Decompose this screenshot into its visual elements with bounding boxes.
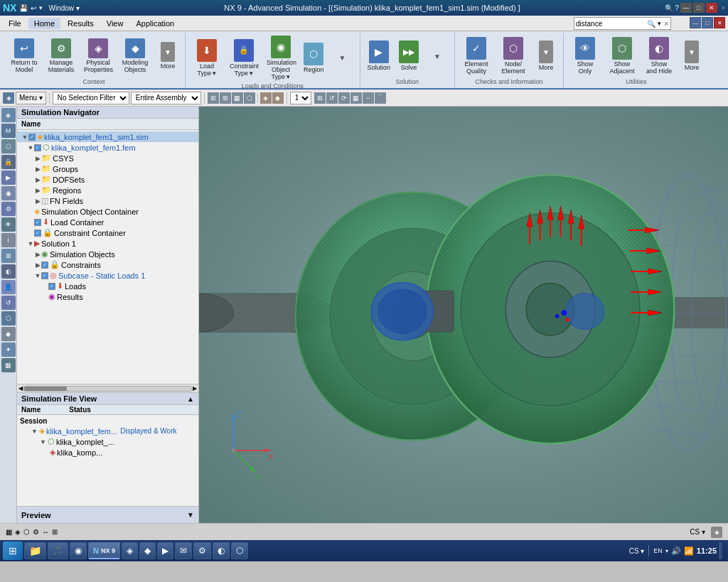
tree-arrow-simobjects[interactable]: ▶ [34, 251, 41, 258]
grid-icon[interactable]: ⊞ [220, 92, 231, 104]
taskbar-app-nx[interactable]: N NX 9 [88, 542, 120, 559]
status-icon-2[interactable]: ◈ [15, 528, 21, 536]
scroll-left-btn[interactable]: ◀ [18, 385, 23, 392]
modeling-objects-button[interactable]: ◆ Modeling Objects [118, 37, 152, 75]
file1-name[interactable]: klika_komplet_fem... [46, 427, 117, 436]
quick-access-save[interactable]: 💾 [19, 4, 28, 12]
tree-arrow-fem1[interactable]: ▼ [27, 144, 34, 151]
file3-name[interactable]: klika_komp... [57, 448, 102, 457]
tree-item-sim1[interactable]: ▼ ✓ ◈ klika_komplet_fem1_sim1.sim [17, 131, 198, 142]
lt-tools[interactable]: ⚙ [1, 202, 16, 216]
tree-label-csys[interactable]: CSYS [53, 154, 74, 163]
more-checks-button[interactable]: ▼ More [533, 39, 559, 73]
more-utilities-button[interactable]: ▼ More [679, 39, 705, 73]
load-check[interactable]: ✓ [34, 219, 41, 226]
scroll-track-h[interactable] [23, 386, 192, 392]
file-row-3[interactable]: ◈ klika_komp... [17, 447, 198, 458]
taskbar-app-5[interactable]: ◆ [139, 542, 156, 559]
menu-application[interactable]: Application [130, 18, 180, 29]
menu-button[interactable]: Menu ▾ [16, 92, 46, 104]
taskbar-app-explorer[interactable]: 📁 [24, 542, 46, 559]
solution-button[interactable]: ▶ Solution [365, 39, 394, 73]
lt-extra1[interactable]: ✦ [1, 343, 16, 357]
quick-access-dropdown[interactable]: ▾ [39, 4, 43, 11]
tree-label-load-container[interactable]: Load Container [50, 218, 104, 227]
tree-arrow-dofsets[interactable]: ▶ [34, 176, 41, 183]
tree-arrow-sim1[interactable]: ▼ [21, 134, 28, 141]
lt-view[interactable]: 👁 [1, 217, 16, 232]
file-row-1[interactable]: ▼ ◈ klika_komplet_fem... Displayed & Wor… [17, 426, 198, 436]
load-type-button[interactable]: ⬇ Load Type ▾ [190, 38, 224, 79]
node-element-button[interactable]: ⬡ Node/ Element [496, 36, 530, 77]
tree-arrow-solution1[interactable]: ▼ [27, 240, 34, 247]
tree-item-constraint-container[interactable]: ✓ 🔒 Constraint Container [17, 227, 198, 238]
tree-label-groups[interactable]: Groups [53, 165, 78, 173]
selection-filter-dropdown[interactable]: No Selection Filter [53, 92, 129, 104]
lt-mesh[interactable]: ⬡ [1, 139, 16, 153]
tray-volume[interactable]: 🔊 [671, 546, 681, 556]
view-icon2[interactable]: ◆ [272, 92, 284, 104]
tree-item-loads[interactable]: ✓ ⬇ Loads [17, 281, 198, 291]
taskbar-app-4[interactable]: ◈ [122, 542, 138, 559]
app-search-icon[interactable]: 🔍 [665, 4, 673, 12]
start-button[interactable]: ⊞ [3, 541, 23, 560]
viewport-3d[interactable]: Z X Y [199, 107, 728, 523]
assembly-dropdown[interactable]: Entire Assembly [131, 92, 201, 104]
tree-label-results[interactable]: Results [57, 293, 83, 301]
lt-bc[interactable]: 🔒 [1, 155, 16, 169]
tree-arrow-subcase[interactable]: ▼ [34, 272, 41, 279]
file-view-collapse[interactable]: ▲ [187, 395, 194, 403]
tree-item-fem1[interactable]: ▼ ✓ ⬡ klika_komplet_fem1.fem [17, 142, 198, 153]
tree-item-sim-objects[interactable]: ▶ ◉ Simulation Objects [17, 249, 198, 259]
tree-arrow-constraints[interactable]: ▶ [34, 262, 41, 269]
zoom-fit-icon[interactable]: ⊞ [314, 92, 326, 104]
region-button[interactable]: ⬡ Region [301, 41, 327, 75]
tree-label-fem1[interactable]: klika_komplet_fem1.fem [51, 144, 136, 152]
window-menu[interactable]: Window ▾ [48, 4, 79, 12]
curve-icon[interactable]: ⌒ [375, 92, 386, 104]
tree-arrow-fnfields[interactable]: ▶ [34, 198, 41, 205]
taskbar-app-8[interactable]: ⚙ [193, 542, 211, 559]
menu-home[interactable]: Home [28, 18, 60, 29]
lt-materials[interactable]: M [1, 124, 16, 138]
lt-user[interactable]: 👤 [1, 280, 16, 294]
snap-icon[interactable]: ⊞ [208, 92, 219, 104]
file2-arrow[interactable]: ▼ [40, 438, 46, 446]
physical-props-button[interactable]: ◈ Physical Properties [81, 37, 115, 75]
file1-arrow[interactable]: ▼ [31, 428, 38, 435]
more-loads-button[interactable]: ▼ [330, 50, 355, 66]
win-restore[interactable]: □ [693, 3, 705, 13]
constraint-check[interactable]: ✓ [34, 230, 41, 237]
tree-item-subcase[interactable]: ▼ ✓ ◎ Subcase - Static Loads 1 [17, 270, 198, 281]
taskbar-app-6[interactable]: ▶ [157, 542, 173, 559]
cs-indicator[interactable]: CS ▾ [690, 528, 705, 536]
tree-label-fnfields[interactable]: FN Fields [50, 197, 83, 205]
taskbar-app-3[interactable]: ◉ [70, 542, 87, 559]
element-quality-button[interactable]: ✓ Element Quality [459, 36, 493, 77]
file2-name[interactable]: klika_komplet_... [56, 438, 114, 446]
win-minimize[interactable]: — [680, 3, 692, 13]
tree-check-fem1[interactable]: ✓ [34, 144, 41, 151]
return-to-model-button[interactable]: ↩ Return to Model [7, 37, 41, 75]
menu-view[interactable]: View [101, 18, 129, 29]
tree-item-load-container[interactable]: ✓ ⬇ Load Container [17, 217, 198, 227]
rotate-icon[interactable]: ↺ [326, 92, 338, 104]
tree-item-constraints[interactable]: ▶ ✓ 🔒 Constraints [17, 259, 198, 270]
sim-nav-icon[interactable]: ◈ [3, 92, 14, 104]
zoom-dropdown[interactable]: 1 [290, 92, 311, 104]
filter-icon[interactable]: ⬡ [244, 92, 255, 104]
app-restore[interactable]: □ [702, 17, 713, 28]
constraint-type-button[interactable]: 🔒 Constraint Type ▾ [227, 38, 261, 79]
status-icon-3[interactable]: ⬡ [23, 528, 30, 536]
lt-ref[interactable]: ◆ [1, 327, 16, 341]
lt-solve[interactable]: ▶ [1, 171, 16, 185]
select-icon[interactable]: ▦ [232, 92, 243, 104]
solve-button[interactable]: ▶▶ Solve [396, 39, 422, 73]
scroll-right-btn[interactable]: ▶ [193, 385, 197, 392]
search-input[interactable] [574, 20, 646, 28]
lt-layer[interactable]: ◐ [1, 264, 16, 279]
tree-label-dofsets[interactable]: DOFSets [53, 176, 85, 184]
tree-item-results[interactable]: ◉ Results [17, 291, 198, 302]
taskbar-app-2[interactable]: 🎵 [48, 542, 68, 559]
tree-label-regions[interactable]: Regions [53, 186, 81, 195]
